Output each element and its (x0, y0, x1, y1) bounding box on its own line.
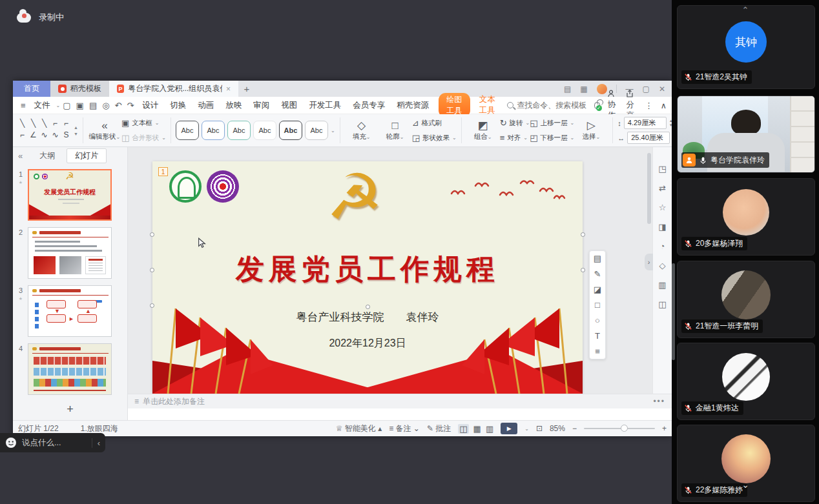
favorites-icon[interactable]: ☆ (659, 203, 667, 212)
slide-thumbnail-2[interactable] (28, 227, 112, 279)
menu-devtools[interactable]: 开发工具 (309, 100, 341, 111)
slide-thumbnail-1[interactable]: ☭ 发展党员工作规程 (28, 169, 112, 221)
comments-button[interactable]: ✎ 批注 (427, 423, 451, 434)
fit-slide-icon[interactable]: ⊡ (536, 424, 543, 433)
pen-icon[interactable]: ✎ (594, 269, 601, 279)
chat-quick-bar[interactable]: 说点什么... ‹ (0, 433, 105, 452)
participant-tile[interactable]: 21智造一班李蕾明 (677, 261, 815, 338)
menu-membership[interactable]: 会员专享 (353, 100, 385, 111)
gallery-down-icon[interactable]: ▼ (74, 132, 78, 136)
bulb-icon[interactable]: ○ (595, 316, 600, 325)
slide-title[interactable]: 发展党员工作规程 (152, 250, 583, 288)
edit-shape-button[interactable]: « 编辑形状⌄ (88, 120, 121, 141)
zoom-slider[interactable] (584, 428, 655, 429)
sorter-view-button[interactable]: ▦ (473, 424, 481, 434)
participant-tile[interactable]: 其钟 21智造2吴其钟 (677, 5, 815, 89)
merge-shapes-button[interactable]: ◫ 合并形状⌄ (121, 132, 166, 144)
participants-scrollbar[interactable] (672, 263, 675, 360)
cloud-sync-icon[interactable] (594, 102, 599, 109)
shape-icon[interactable]: □ (595, 300, 600, 310)
material-icon[interactable]: ▥ (658, 280, 666, 290)
selection-handle[interactable] (366, 305, 370, 309)
slide-thumbnail-4[interactable] (28, 343, 112, 395)
reading-view-button[interactable]: ▥ (486, 424, 493, 434)
add-slide-button[interactable]: + (13, 403, 127, 416)
selection-handle[interactable] (150, 268, 154, 272)
style-gallery-more-icon[interactable]: ⌄ (331, 128, 335, 134)
bring-forward-button[interactable]: ◱ 上移一层⌄ (530, 117, 574, 129)
chat-input-placeholder[interactable]: 说点什么... (22, 438, 87, 449)
zoom-out-button[interactable]: − (572, 424, 577, 433)
shape-gallery[interactable]: ╲╲╲⌐⌐ ⌐∠∿∿S (17, 119, 72, 142)
menu-design[interactable]: 设计 (142, 100, 158, 111)
history-icon[interactable]: ◔ (660, 241, 665, 251)
shape-style-1[interactable]: Abc (176, 121, 199, 140)
notes-bar[interactable]: ≡ 单击此处添加备注 ••• (128, 394, 672, 408)
selection-pane-icon[interactable]: ◨ (658, 222, 666, 232)
fill-button[interactable]: ◇ 填充⌄ (345, 120, 378, 141)
properties-icon[interactable]: ◳ (658, 164, 666, 174)
zoom-level[interactable]: 85% (550, 424, 565, 433)
outline-button[interactable]: □ 轮廓⌄ (378, 120, 412, 141)
text-box-button[interactable]: ▣ 文本框⌄ (121, 117, 166, 129)
notes-more-icon[interactable]: ••• (653, 397, 665, 406)
shape-style-6[interactable]: Abc (305, 121, 328, 140)
note-icon[interactable]: ≡ (595, 347, 600, 356)
shape-width-input[interactable]: 25.40厘米 (627, 132, 670, 144)
shape-style-3[interactable]: Abc (227, 121, 251, 140)
expand-pane-chevron[interactable]: › (645, 254, 653, 270)
eraser-icon[interactable]: ◪ (594, 285, 601, 294)
tab-current-document[interactable]: P 粤台学院入党积...组织员袁伴玲) × (109, 81, 238, 97)
beautify-button[interactable]: ♕ 智能美化 ▴ (336, 423, 382, 434)
layout-view-icon[interactable]: ▤ (564, 85, 571, 94)
close-tab-icon[interactable]: × (226, 85, 231, 94)
shape-style-5[interactable]: Abc (279, 121, 302, 140)
menu-animation[interactable]: 动画 (198, 100, 214, 111)
zoom-in-button[interactable]: + (662, 424, 667, 433)
selection-handle[interactable] (581, 232, 585, 237)
preview-icon[interactable]: ◎ (102, 101, 109, 110)
zoom-slider-knob[interactable] (621, 425, 628, 432)
tab-docer-templates[interactable]: 稻壳模板 (50, 81, 109, 97)
menu-docer-resources[interactable]: 稻壳资源 (397, 100, 429, 111)
participant-tile[interactable]: 20多媒杨泽翔 (677, 178, 815, 256)
send-backward-button[interactable]: ◰ 下移一层⌄ (530, 132, 574, 144)
text-tool-icon[interactable]: T (595, 331, 600, 341)
layers-icon[interactable]: ▤ (594, 254, 601, 263)
menu-slideshow[interactable]: 放映 (225, 100, 242, 111)
canvas-scrollbar[interactable] (647, 153, 651, 224)
editing-canvas[interactable]: 1 ☭ 发展党员工作规程 粤台产业科技学院袁伴玲 2022年12月23日 (128, 147, 652, 408)
new-doc-icon[interactable]: ▢ (63, 101, 70, 110)
print-icon[interactable]: ▤ (89, 101, 97, 110)
shape-height-input[interactable]: 4.29厘米 (624, 117, 667, 129)
menu-transition[interactable]: 切换 (170, 100, 186, 111)
shape-style-2[interactable]: Abc (202, 121, 225, 140)
redo-icon[interactable]: ↷ (127, 101, 134, 110)
notes-button[interactable]: ≡ 备注 ⌄ (389, 423, 420, 434)
selection-handle[interactable] (581, 268, 585, 272)
search-input[interactable] (517, 101, 594, 110)
tab-outline[interactable]: 大纲 (33, 149, 61, 163)
scroll-up-chevron-icon[interactable]: ⌃ (672, 5, 819, 15)
reference-icon[interactable]: ◫ (658, 299, 666, 309)
format-painter-button[interactable]: ⊿ 格式刷 (412, 117, 457, 129)
tab-home[interactable]: 首页 (13, 81, 50, 97)
slideshow-play-button[interactable]: ▶ (501, 423, 517, 434)
menu-file[interactable]: 文件 (34, 100, 50, 111)
rotate-button[interactable]: ↻ 旋转⌄ (500, 117, 530, 129)
menu-view[interactable]: 视图 (281, 100, 297, 111)
scroll-down-chevron-icon[interactable]: ⌄ (672, 479, 819, 490)
new-tab-button[interactable]: + (238, 81, 255, 97)
selection-handle[interactable] (150, 232, 154, 237)
command-search[interactable] (507, 101, 594, 110)
align-button[interactable]: ≡ 对齐⌄ (500, 132, 530, 144)
undo-icon[interactable]: ↶ (115, 101, 122, 110)
hamburger-icon[interactable]: ≡ (21, 101, 26, 110)
participant-tile-presenter[interactable]: 粤台学院袁伴玲 (677, 96, 815, 173)
save-icon[interactable]: ▣ (76, 101, 84, 110)
participant-tile[interactable]: 金融1黄炜达 (677, 343, 815, 420)
menu-review[interactable]: 审阅 (253, 100, 269, 111)
shape-effects-button[interactable]: ◲ 形状效果⌄ (412, 132, 457, 144)
more-menu-icon[interactable]: ⋮ (645, 101, 653, 110)
swap-icon[interactable]: ⇄ (659, 183, 666, 193)
